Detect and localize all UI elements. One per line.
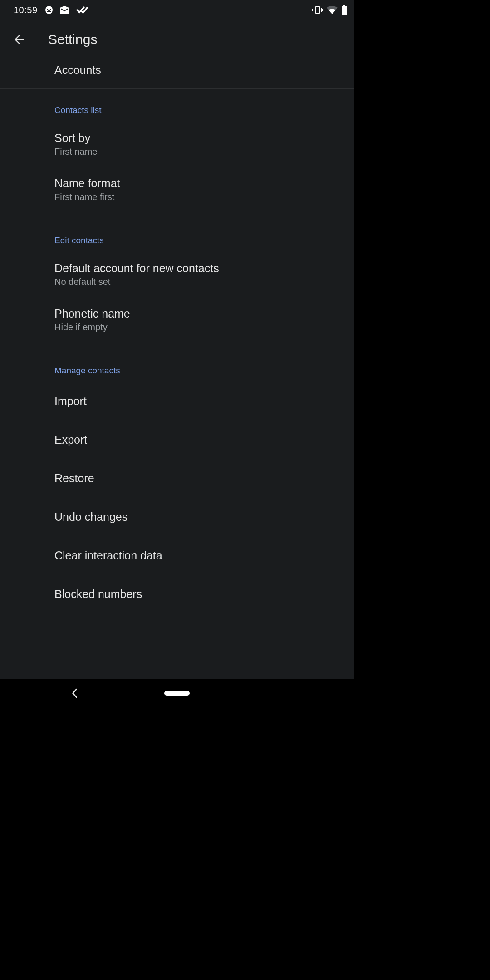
status-time: 10:59 bbox=[14, 5, 38, 15]
section-header-manage-contacts: Manage contacts bbox=[0, 349, 354, 382]
double-check-icon bbox=[76, 6, 88, 14]
list-item-clear-interaction-data[interactable]: Clear interaction data bbox=[0, 536, 354, 575]
list-item-import[interactable]: Import bbox=[0, 382, 354, 421]
item-title: Clear interaction data bbox=[54, 549, 343, 562]
nav-home-pill[interactable] bbox=[164, 691, 190, 696]
vibrate-icon bbox=[312, 5, 323, 15]
item-title: Blocked numbers bbox=[54, 588, 343, 601]
list-item-accounts[interactable]: Accounts bbox=[0, 59, 354, 89]
settings-content[interactable]: Accounts Contacts list Sort by First nam… bbox=[0, 59, 354, 708]
item-title: Default account for new contacts bbox=[54, 262, 343, 275]
battery-icon bbox=[341, 5, 348, 15]
item-title: Restore bbox=[54, 472, 343, 485]
item-title: Sort by bbox=[54, 132, 343, 145]
list-item-restore[interactable]: Restore bbox=[0, 459, 354, 498]
svg-rect-6 bbox=[343, 5, 345, 6]
svg-rect-7 bbox=[342, 6, 347, 15]
system-nav-bar bbox=[0, 679, 354, 708]
list-item-blocked-numbers[interactable]: Blocked numbers bbox=[0, 575, 354, 613]
app-bar: Settings bbox=[0, 20, 354, 59]
nav-back-button[interactable] bbox=[70, 688, 78, 698]
item-title: Phonetic name bbox=[54, 307, 343, 320]
item-subtitle: No default set bbox=[54, 277, 343, 287]
list-item-default-account[interactable]: Default account for new contacts No defa… bbox=[0, 252, 354, 297]
list-item-export[interactable]: Export bbox=[0, 421, 354, 459]
item-title: Undo changes bbox=[54, 510, 343, 524]
item-subtitle: First name bbox=[54, 147, 343, 157]
wifi-icon bbox=[327, 6, 338, 14]
list-item-name-format[interactable]: Name format First name first bbox=[0, 167, 354, 212]
list-item-phonetic-name[interactable]: Phonetic name Hide if empty bbox=[0, 297, 354, 343]
svg-rect-1 bbox=[316, 6, 319, 14]
item-title: Accounts bbox=[54, 64, 354, 77]
list-item-sort-by[interactable]: Sort by First name bbox=[0, 122, 354, 167]
item-subtitle: First name first bbox=[54, 192, 343, 202]
status-bar: 10:59 bbox=[0, 0, 354, 20]
status-right bbox=[312, 5, 348, 15]
list-item-undo-changes[interactable]: Undo changes bbox=[0, 498, 354, 536]
section-header-contacts-list: Contacts list bbox=[0, 89, 354, 122]
arrow-back-icon bbox=[12, 33, 26, 46]
status-left: 10:59 bbox=[14, 5, 88, 15]
page-title: Settings bbox=[48, 32, 97, 47]
download-badge-icon bbox=[45, 5, 53, 15]
item-title: Name format bbox=[54, 177, 343, 190]
mail-icon bbox=[59, 6, 69, 14]
section-header-edit-contacts: Edit contacts bbox=[0, 219, 354, 252]
item-title: Import bbox=[54, 395, 343, 408]
back-button[interactable] bbox=[10, 30, 28, 49]
item-subtitle: Hide if empty bbox=[54, 322, 343, 333]
item-title: Export bbox=[54, 433, 343, 446]
